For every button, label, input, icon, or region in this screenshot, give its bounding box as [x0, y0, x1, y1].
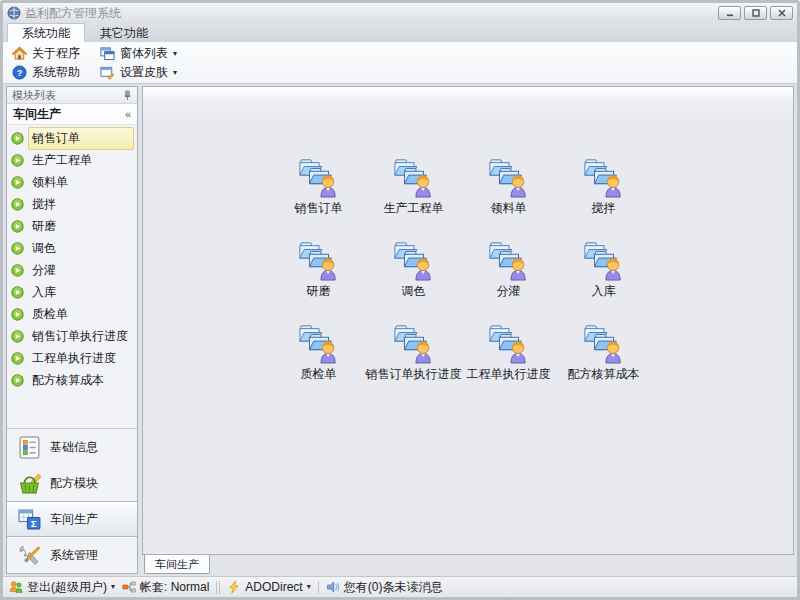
icon-sales-order-progress[interactable]: 销售订单执行进度	[366, 322, 461, 405]
set-skin-button[interactable]: 设置皮肤 ▾	[97, 63, 180, 82]
lightning-icon	[227, 580, 241, 594]
sidebar-item-quality-inspection[interactable]: 质检单	[7, 303, 137, 325]
folder-user-icon	[488, 322, 530, 364]
statusbar-separator	[318, 581, 319, 594]
icon-label: 搅拌	[592, 200, 616, 217]
basket-icon	[17, 471, 42, 496]
sidebar-item-label: 工程单执行进度	[28, 347, 134, 370]
sidebar-item-label: 销售订单执行进度	[28, 325, 134, 348]
ribbon-column-1: 关于程序 系统帮助	[9, 44, 83, 81]
sidebar-item-mixing[interactable]: 搅拌	[7, 193, 137, 215]
ribbon-panel: 关于程序 系统帮助 窗体列表 ▾ 设置皮肤 ▾	[3, 42, 797, 84]
icon-label: 调色	[402, 283, 426, 300]
system-help-button[interactable]: 系统帮助	[9, 63, 83, 82]
about-program-label: 关于程序	[32, 45, 80, 62]
logout-button[interactable]: 登出(超级用户) ▾	[9, 579, 115, 596]
chevron-down-icon: ▾	[307, 583, 311, 591]
app-logo-icon	[7, 6, 21, 20]
tab-other-functions[interactable]: 其它功能	[85, 23, 163, 42]
nav-formula-module[interactable]: 配方模块	[7, 465, 137, 501]
statusbar-separator	[216, 581, 217, 594]
folder-user-icon	[488, 239, 530, 281]
maximize-button[interactable]	[744, 6, 767, 20]
skin-icon	[100, 65, 115, 80]
sidebar-item-color-matching[interactable]: 调色	[7, 237, 137, 259]
sidebar-header: 模块列表	[7, 87, 137, 104]
green-arrow-icon	[11, 220, 24, 233]
folder-user-icon	[583, 322, 625, 364]
tools-icon	[17, 543, 42, 568]
icon-warehousing[interactable]: 入库	[556, 239, 651, 322]
close-button[interactable]	[770, 6, 793, 20]
nav-basic-info[interactable]: 基础信息	[7, 429, 137, 465]
sidebar-item-label: 质检单	[28, 303, 134, 326]
nav-system-management[interactable]: 系统管理	[7, 537, 137, 573]
sidebar-spacer	[7, 391, 137, 428]
sidebar-item-warehousing[interactable]: 入库	[7, 281, 137, 303]
pin-icon[interactable]	[123, 90, 132, 101]
sidebar-header-title: 模块列表	[12, 88, 56, 103]
folder-user-icon	[393, 239, 435, 281]
sidebar-item-label: 配方核算成本	[28, 369, 134, 392]
icon-label: 销售订单	[295, 200, 343, 217]
doc-tab-workshop-production[interactable]: 车间生产	[144, 555, 210, 574]
folder-user-icon	[298, 156, 340, 198]
help-icon	[12, 65, 27, 80]
icon-label: 研磨	[307, 283, 331, 300]
sidebar-item-label: 研磨	[28, 215, 134, 238]
window-controls	[718, 6, 793, 20]
green-arrow-icon	[11, 242, 24, 255]
maximize-icon	[752, 9, 760, 17]
icon-mixing[interactable]: 搅拌	[556, 156, 651, 239]
icon-label: 生产工程单	[384, 200, 444, 217]
app-window: 益利配方管理系统 系统功能 其它功能 关于程序 系统帮助 窗体列表	[0, 0, 800, 600]
folder-user-icon	[298, 239, 340, 281]
users-icon	[9, 580, 23, 594]
unread-messages-button[interactable]: 您有(0)条未读消息	[326, 579, 443, 596]
sidebar-item-label: 领料单	[28, 171, 134, 194]
nav-label: 基础信息	[50, 439, 98, 456]
sidebar-item-work-order-progress[interactable]: 工程单执行进度	[7, 347, 137, 369]
connection-mode-button[interactable]: ADODirect ▾	[227, 580, 310, 594]
sidebar-item-production-work-order[interactable]: 生产工程单	[7, 149, 137, 171]
green-arrow-icon	[11, 286, 24, 299]
icon-quality-inspection[interactable]: 质检单	[271, 322, 366, 405]
sidebar-item-formula-cost[interactable]: 配方核算成本	[7, 369, 137, 391]
about-program-button[interactable]: 关于程序	[9, 44, 83, 63]
icon-label: 工程单执行进度	[467, 366, 551, 383]
icon-grinding[interactable]: 研磨	[271, 239, 366, 322]
set-skin-label: 设置皮肤	[120, 64, 168, 81]
body: 模块列表 车间生产 « 销售订单 生产工程单 领料单	[3, 84, 797, 576]
minimize-button[interactable]	[718, 6, 741, 20]
icon-production-work-order[interactable]: 生产工程单	[366, 156, 461, 239]
sidebar-item-sales-order[interactable]: 销售订单	[7, 127, 137, 149]
tab-system-functions[interactable]: 系统功能	[7, 23, 85, 42]
account-set-button[interactable]: 帐套: Normal	[122, 579, 209, 596]
icon-formula-cost[interactable]: 配方核算成本	[556, 322, 651, 405]
folder-user-icon	[583, 239, 625, 281]
window-list-button[interactable]: 窗体列表 ▾	[97, 44, 180, 63]
sidebar-item-filling[interactable]: 分灌	[7, 259, 137, 281]
collapse-chevron-icon[interactable]: «	[125, 108, 131, 120]
sidebar-item-grinding[interactable]: 研磨	[7, 215, 137, 237]
icon-material-requisition[interactable]: 领料单	[461, 156, 556, 239]
chevron-down-icon: ▾	[111, 583, 115, 591]
icon-color-matching[interactable]: 调色	[366, 239, 461, 322]
sidebar-item-sales-order-progress[interactable]: 销售订单执行进度	[7, 325, 137, 347]
module-icon-grid: 销售订单 生产工程单 领料单 搅拌	[271, 156, 793, 405]
nav-workshop-production[interactable]: 车间生产	[7, 501, 137, 537]
folder-user-icon	[488, 156, 530, 198]
nav-label: 配方模块	[50, 475, 98, 492]
icon-label: 入库	[592, 283, 616, 300]
icon-filling[interactable]: 分灌	[461, 239, 556, 322]
titlebar: 益利配方管理系统	[3, 3, 797, 23]
document-tab-strip: 车间生产	[142, 555, 794, 574]
sidebar-group-header: 车间生产 «	[7, 104, 137, 125]
sidebar-item-material-requisition[interactable]: 领料单	[7, 171, 137, 193]
icon-sales-order[interactable]: 销售订单	[271, 156, 366, 239]
icon-label: 销售订单执行进度	[366, 366, 462, 383]
logout-label: 登出(超级用户)	[27, 579, 107, 596]
list-icon	[17, 435, 42, 460]
icon-work-order-progress[interactable]: 工程单执行进度	[461, 322, 556, 405]
system-help-label: 系统帮助	[32, 64, 80, 81]
